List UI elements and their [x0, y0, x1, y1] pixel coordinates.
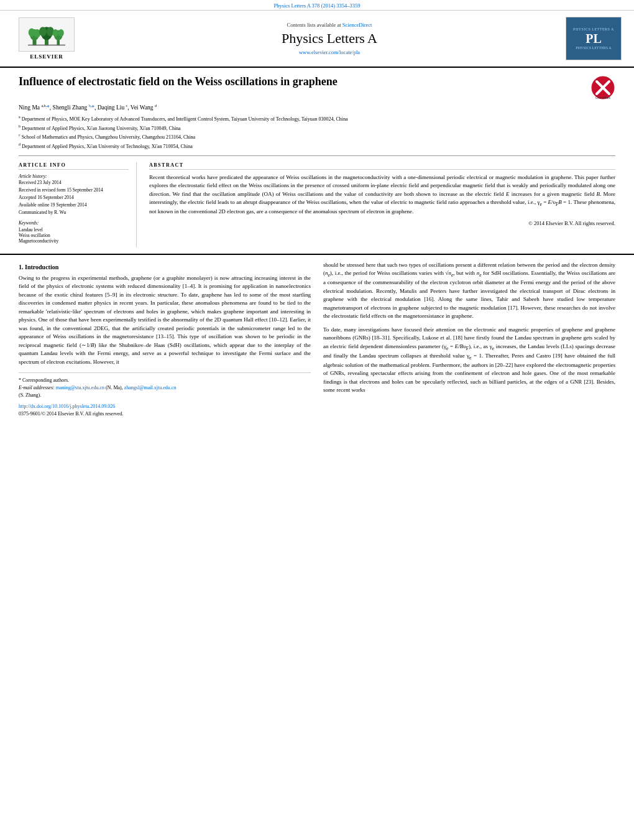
svg-rect-12	[28, 44, 65, 45]
journal-logo-right: PHYSICS LETTERS A PL PHYSICS LETTERS A	[566, 17, 622, 60]
article-info-box: ARTICLE INFO Article history: Received 2…	[19, 162, 137, 247]
keyword-1: Landau level	[19, 227, 129, 233]
keywords-group: Keywords: Landau level Weiss oscillation…	[19, 220, 129, 244]
history-label: Article history:	[19, 173, 129, 179]
email-link-ma[interactable]: maning@stu.xjtu.edu.cn	[56, 385, 104, 390]
affiliations: a Department of Physics, MOE Key Laborat…	[19, 114, 615, 150]
svg-point-11	[58, 29, 64, 37]
abstract-section: ABSTRACT Recent theoretical works have p…	[149, 162, 615, 247]
article-history: Article history: Received 23 July 2014 R…	[19, 173, 129, 216]
intro-right-text: should be stressed here that such two ty…	[323, 261, 615, 321]
affiliation-a: a Department of Physics, MOE Key Laborat…	[19, 114, 615, 123]
available-date: Available online 19 September 2014	[19, 201, 129, 209]
accepted-date: Accepted 16 September 2014	[19, 194, 129, 201]
journal-title: Physics Letters A	[93, 30, 566, 47]
journal-header: ELSEVIER Contents lists available at Sci…	[0, 11, 634, 68]
elsevier-logo-image	[19, 17, 75, 52]
abstract-heading: ABSTRACT	[149, 162, 615, 170]
keyword-2: Weiss oscillation	[19, 233, 129, 238]
corresponding-authors-note: * Corresponding authors.	[19, 377, 311, 384]
affiliation-b: b Department of Applied Physics, Xi'an J…	[19, 124, 615, 132]
keywords-label: Keywords:	[19, 220, 129, 226]
article-info-abstract-section: ARTICLE INFO Article history: Received 2…	[19, 155, 615, 247]
keyword-3: Magnetoconductivity	[19, 238, 129, 244]
email-note-2: (S. Zhang).	[19, 392, 311, 399]
email-link-zhang[interactable]: zhangsl@mail.xjtu.edu.cn	[124, 385, 177, 390]
elsevier-wordmark: ELSEVIER	[30, 53, 63, 60]
body-right-col: should be stressed here that such two ty…	[323, 261, 615, 418]
article-title-row: Influence of electrostatic field on the …	[19, 75, 615, 100]
intro-left-text: Owing to the progress in experimental me…	[19, 274, 311, 367]
journal-logo-footer: PHYSICS LETTERS A	[576, 46, 611, 50]
journal-logo-subtitle: PHYSICS LETTERS A	[573, 27, 614, 31]
crossmark-icon[interactable]: CrossMark	[590, 75, 615, 100]
copyright-line: © 2014 Elsevier B.V. All rights reserved…	[149, 220, 615, 226]
doi-line: http://dx.doi.org/10.1016/j.physleta.201…	[19, 403, 311, 410]
journal-reference-bar: Physics Letters A 378 (2014) 3354–3359	[0, 0, 634, 11]
doi-link[interactable]: http://dx.doi.org/10.1016/j.physleta.201…	[19, 404, 115, 409]
abstract-text: Recent theoretical works have predicated…	[149, 173, 615, 216]
article-title: Influence of electrostatic field on the …	[19, 75, 584, 88]
footnote-area: * Corresponding authors. E-mail addresse…	[19, 372, 311, 418]
revised-date: Received in revised form 15 September 20…	[19, 187, 129, 194]
communicated-by: Communicated by R. Wu	[19, 209, 129, 216]
section-1-title: 1. Introduction	[19, 264, 311, 270]
elsevier-logo-area: ELSEVIER	[12, 17, 81, 60]
intro-right-text-2: To date, many investigations have focuse…	[323, 326, 615, 395]
article-area: Influence of electrostatic field on the …	[0, 68, 634, 247]
body-two-col: 1. Introduction Owing to the progress in…	[19, 261, 615, 418]
email-note: E-mail addresses: maning@stu.xjtu.edu.cn…	[19, 384, 311, 392]
contents-line: Contents lists available at ScienceDirec…	[93, 22, 566, 28]
affiliation-c: c School of Mathematics and Physics, Cha…	[19, 132, 615, 141]
affiliation-d: d Department of Applied Physics, Xi'an U…	[19, 142, 615, 150]
section-divider	[0, 254, 634, 255]
contents-text: Contents lists available at	[287, 22, 341, 28]
sciencedirect-link[interactable]: ScienceDirect	[342, 22, 372, 28]
svg-point-2	[29, 28, 35, 37]
svg-text:CrossMark: CrossMark	[595, 96, 611, 99]
article-info-heading: ARTICLE INFO	[19, 162, 129, 170]
journal-logo-pl: PL	[586, 32, 602, 45]
journal-url[interactable]: www.elsevier.com/locate/pla	[93, 49, 566, 55]
journal-reference-text: Physics Letters A 378 (2014) 3354–3359	[273, 2, 360, 9]
header-center: Contents lists available at ScienceDirec…	[93, 22, 566, 55]
issn-line: 0375-9601/© 2014 Elsevier B.V. All right…	[19, 410, 311, 418]
body-left-col: 1. Introduction Owing to the progress in…	[19, 261, 311, 418]
svg-point-10	[53, 29, 58, 37]
svg-point-6	[39, 27, 47, 36]
body-area: 1. Introduction Owing to the progress in…	[0, 261, 634, 418]
received-date: Received 23 July 2014	[19, 179, 129, 187]
authors-line: Ning Ma a,b,*, Shengli Zhang b,*, Daqing…	[19, 104, 615, 111]
